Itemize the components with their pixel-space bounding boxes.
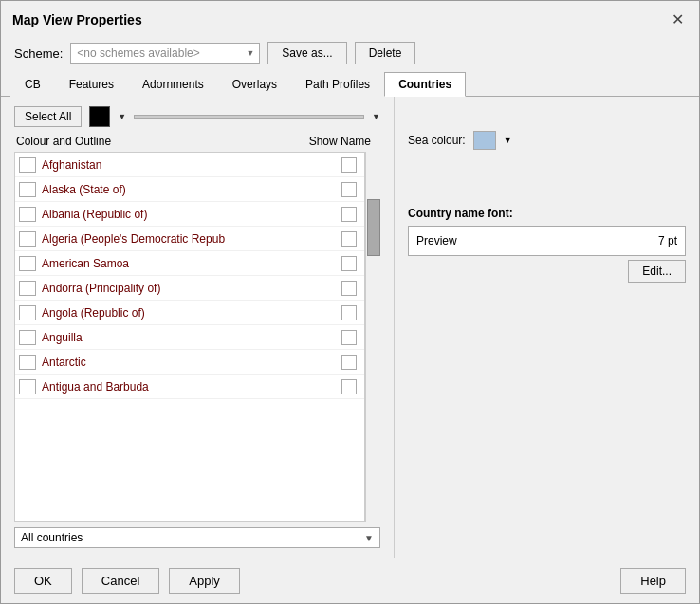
tab-adornments[interactable]: Adornments xyxy=(128,72,218,97)
sea-colour-label: Sea colour: xyxy=(408,134,466,147)
sea-colour-dropdown-arrow[interactable]: ▼ xyxy=(504,136,512,145)
show-name-checkbox[interactable] xyxy=(341,157,357,173)
filter-dropdown-arrow[interactable]: ▼ xyxy=(364,533,374,543)
right-panel: Sea colour: ▼ Country name font: Preview… xyxy=(395,97,699,558)
country-name: American Samoa xyxy=(42,257,341,270)
country-color-box[interactable] xyxy=(19,182,36,197)
column-headers: Colour and Outline Show Name xyxy=(14,135,380,152)
country-color-box[interactable] xyxy=(19,305,36,320)
country-color-box[interactable] xyxy=(19,379,36,394)
list-container: Afghanistan Alaska (State of) Albania (R… xyxy=(14,152,380,522)
title-bar: Map View Properties ✕ xyxy=(1,1,699,34)
edit-btn-container: Edit... xyxy=(408,260,686,283)
show-name-checkbox[interactable] xyxy=(341,207,357,222)
country-name: Andorra (Principality of) xyxy=(42,282,341,295)
country-color-box[interactable] xyxy=(19,355,36,370)
country-font-label: Country name font: xyxy=(408,207,686,220)
country-list[interactable]: Afghanistan Alaska (State of) Albania (R… xyxy=(14,152,365,522)
sea-colour-swatch[interactable] xyxy=(473,131,496,150)
table-row[interactable]: Algeria (People's Democratic Repub xyxy=(15,227,364,251)
country-font-section: Country name font: Preview 7 pt Edit... xyxy=(408,207,686,283)
show-name-checkbox[interactable] xyxy=(341,256,357,271)
show-name-checkbox[interactable] xyxy=(341,379,357,394)
table-row[interactable]: Angola (Republic of) xyxy=(15,301,364,325)
country-color-box[interactable] xyxy=(19,330,36,345)
country-name: Antarctic xyxy=(42,356,341,369)
table-row[interactable]: Andorra (Principality of) xyxy=(15,276,364,301)
apply-button[interactable]: Apply xyxy=(169,568,240,594)
dialog-title: Map View Properties xyxy=(12,12,142,27)
show-name-checkbox[interactable] xyxy=(341,330,357,345)
filter-row[interactable]: All countries ▼ xyxy=(14,527,380,548)
font-size-label: 7 pt xyxy=(658,234,677,247)
sea-colour-row: Sea colour: ▼ xyxy=(408,131,686,150)
edit-font-button[interactable]: Edit... xyxy=(628,260,686,283)
color-dropdown-arrow[interactable]: ▼ xyxy=(118,112,126,121)
scrollbar-thumb[interactable] xyxy=(367,199,380,256)
country-color-box[interactable] xyxy=(19,281,36,296)
slider-dropdown-arrow[interactable]: ▼ xyxy=(372,112,380,121)
tab-cb[interactable]: CB xyxy=(10,72,55,97)
col-colour-outline: Colour and Outline xyxy=(16,135,111,148)
show-name-checkbox[interactable] xyxy=(341,231,357,247)
table-row[interactable]: American Samoa xyxy=(15,251,364,276)
country-name: Anguilla xyxy=(42,331,341,344)
country-name: Afghanistan xyxy=(42,158,341,172)
bottom-bar: OK Cancel Apply Help xyxy=(1,558,699,603)
show-name-checkbox[interactable] xyxy=(341,281,357,296)
cancel-button[interactable]: Cancel xyxy=(82,568,159,594)
tab-path-profiles[interactable]: Path Profiles xyxy=(291,72,384,97)
country-name: Antigua and Barbuda xyxy=(42,380,341,394)
dialog-container: Map View Properties ✕ Scheme: <no scheme… xyxy=(0,0,700,604)
close-button[interactable]: ✕ xyxy=(668,10,688,28)
color-swatch[interactable] xyxy=(89,106,110,127)
filter-text: All countries xyxy=(21,531,364,544)
tab-features[interactable]: Features xyxy=(55,72,128,97)
show-name-checkbox[interactable] xyxy=(341,355,357,370)
table-row[interactable]: Alaska (State of) xyxy=(15,177,364,202)
save-as-button[interactable]: Save as... xyxy=(267,42,346,64)
scheme-select[interactable]: <no schemes available> xyxy=(70,43,260,64)
tabs-row: CB Features Adornments Overlays Path Pro… xyxy=(1,72,699,97)
country-color-box[interactable] xyxy=(19,157,36,173)
country-color-box[interactable] xyxy=(19,256,36,271)
content-area: Select All ▼ ▼ Colour and Outline Show N… xyxy=(1,97,699,558)
scheme-row: Scheme: <no schemes available> Save as..… xyxy=(1,34,699,72)
country-color-box[interactable] xyxy=(19,207,36,222)
scheme-label: Scheme: xyxy=(14,46,63,61)
scrollbar[interactable] xyxy=(365,152,380,522)
table-row[interactable]: Albania (Republic of) xyxy=(15,202,364,227)
ok-button[interactable]: OK xyxy=(14,568,72,594)
font-preview-box: Preview 7 pt xyxy=(408,226,686,256)
help-button[interactable]: Help xyxy=(620,568,686,594)
table-row[interactable]: Antarctic xyxy=(15,350,364,375)
tab-overlays[interactable]: Overlays xyxy=(218,72,291,97)
table-row[interactable]: Afghanistan xyxy=(15,153,364,177)
country-name: Algeria (People's Democratic Repub xyxy=(42,232,341,246)
tab-countries[interactable]: Countries xyxy=(384,72,466,97)
table-row[interactable]: Antigua and Barbuda xyxy=(15,375,364,399)
country-name: Angola (Republic of) xyxy=(42,306,341,320)
country-color-box[interactable] xyxy=(19,231,36,247)
show-name-checkbox[interactable] xyxy=(341,305,357,320)
country-name: Alaska (State of) xyxy=(42,183,341,196)
font-preview-text: Preview xyxy=(416,234,457,247)
toolbar-row: Select All ▼ ▼ xyxy=(14,106,380,127)
select-all-button[interactable]: Select All xyxy=(14,106,82,127)
delete-button[interactable]: Delete xyxy=(355,42,416,64)
left-panel: Select All ▼ ▼ Colour and Outline Show N… xyxy=(1,97,395,558)
table-row[interactable]: Anguilla xyxy=(15,325,364,350)
country-name: Albania (Republic of) xyxy=(42,208,341,221)
opacity-slider[interactable] xyxy=(134,115,364,119)
show-name-checkbox[interactable] xyxy=(341,182,357,197)
col-show-name: Show Name xyxy=(309,135,371,148)
scheme-select-wrap: <no schemes available> xyxy=(70,43,260,64)
